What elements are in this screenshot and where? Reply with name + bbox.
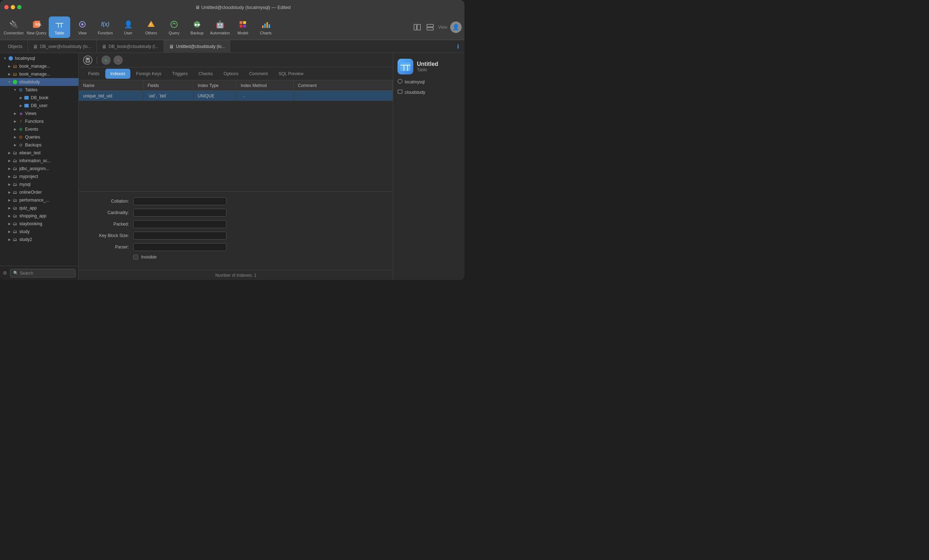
toolbar-others[interactable]: ! Others: [140, 17, 162, 38]
tab-fields[interactable]: Fields: [83, 69, 104, 79]
sidebar-item-backups[interactable]: ▶ ⊘ Backups: [0, 141, 78, 149]
query-label: Query: [169, 31, 179, 35]
svg-rect-38: [398, 90, 402, 93]
svg-text:SQL: SQL: [35, 23, 41, 26]
sidebar-settings-icon[interactable]: ⚙: [3, 270, 7, 276]
table-header: Name Fields Index Type Index Method Comm…: [79, 80, 393, 91]
toolbar-backup[interactable]: ▶▶ Backup: [186, 17, 208, 38]
study-icon: 🗂: [12, 229, 18, 234]
toolbar-query[interactable]: Query: [163, 17, 185, 38]
sidebar-item-info[interactable]: ▶ 🗂 information_sc...: [0, 157, 78, 165]
toolbar-user[interactable]: 👤 User: [118, 17, 139, 38]
toolbar-new-query[interactable]: SQL New Query: [26, 17, 47, 38]
tab-objects[interactable]: Objects: [3, 40, 28, 53]
sidebar-toggle-icon[interactable]: [412, 22, 422, 32]
header-comment: Comment: [294, 80, 393, 90]
add-index-button[interactable]: +: [101, 55, 111, 65]
sidebar-item-perf[interactable]: ▶ 🗂 performance_...: [0, 196, 78, 204]
action-bar: + −: [79, 53, 393, 67]
toolbar-function[interactable]: f(x) Function: [95, 17, 116, 38]
toolbar-view[interactable]: View: [72, 17, 93, 38]
perf-icon: 🗂: [12, 197, 18, 203]
sidebar-item-book-manage1[interactable]: ▶ 🗂 book_manage...: [0, 62, 78, 70]
sidebar-item-tables[interactable]: ▼ ⊞ Tables: [0, 86, 78, 94]
row-index-method[interactable]: ⌄: [236, 91, 294, 101]
tab-untitled[interactable]: 🖥 Untitled@cloudstudy (lo...: [164, 40, 231, 53]
toolbar-model[interactable]: Model: [232, 17, 254, 38]
localmysql-label: localmysql: [15, 56, 75, 61]
queries-icon: ⊙: [18, 134, 24, 140]
invisible-checkbox[interactable]: [133, 255, 138, 260]
key-block-input[interactable]: [133, 232, 226, 240]
sidebar-item-jdbc[interactable]: ▶ 🗂 jdbc_assignm...: [0, 165, 78, 173]
tab-comment[interactable]: Comment: [244, 69, 273, 79]
parser-input[interactable]: [133, 243, 226, 251]
sidebar-search[interactable]: 🔍 Search: [10, 269, 75, 277]
packed-label: Packed:: [86, 222, 129, 226]
collation-label: Collation:: [86, 199, 129, 204]
tab-db-user[interactable]: 🖥 DB_user@cloudstudy (lo...: [28, 40, 97, 53]
sidebar-item-db-user[interactable]: ▶ DB_user: [0, 102, 78, 110]
sidebar-item-queries[interactable]: ▶ ⊙ Queries: [0, 133, 78, 141]
collation-input[interactable]: [133, 197, 226, 205]
right-panel: Untitled Table localmysql cloudstudy: [393, 53, 464, 280]
tab-indexes[interactable]: Indexes: [105, 69, 130, 79]
info-icon: 🗂: [12, 158, 18, 164]
toolbar-charts[interactable]: Charts: [255, 17, 276, 38]
sidebar-item-db-book[interactable]: ▶ DB_book: [0, 94, 78, 102]
sidebar-item-study[interactable]: ▶ 🗂 study: [0, 228, 78, 236]
table-label: Table: [55, 31, 64, 35]
tab-triggers[interactable]: Triggers: [167, 69, 193, 79]
tab-options[interactable]: Options: [218, 69, 243, 79]
status-text: Number of Indexes: 1: [215, 273, 256, 278]
book-manage2-label: book_manage...: [19, 72, 75, 77]
packed-input[interactable]: [133, 220, 226, 228]
cardinality-input[interactable]: [133, 209, 226, 217]
sidebar-item-views[interactable]: ▶ ◈ Views: [0, 110, 78, 118]
toolbar-connection[interactable]: 🔌 Connection: [3, 17, 25, 38]
sidebar-item-events[interactable]: ▶ ⊕ Events: [0, 125, 78, 133]
table-row[interactable]: unique_bid_uid `uid`, `bid` UNIQUE ⌄: [79, 91, 393, 101]
minimize-button[interactable]: [11, 5, 15, 9]
toolbar-automation[interactable]: 🤖 Automation: [209, 17, 231, 38]
tab-foreign-keys[interactable]: Foreign Keys: [131, 69, 167, 79]
save-button[interactable]: [83, 55, 92, 65]
tab-checks[interactable]: Checks: [193, 69, 218, 79]
sidebar-item-mysql[interactable]: ▶ 🗂 mysql: [0, 181, 78, 188]
tab-sql-preview[interactable]: SQL Preview: [274, 69, 309, 79]
arrow-book-manage2: ▶: [7, 72, 11, 76]
tab-db-book[interactable]: 🖥 DB_book@cloudstudy (l...: [97, 40, 164, 53]
arrow-cloudstudy: ▼: [7, 80, 11, 84]
svg-point-11: [171, 21, 177, 28]
tab-sql-preview-label: SQL Preview: [279, 71, 304, 76]
panel-toggle-icon[interactable]: [425, 22, 435, 32]
sidebar-item-quiz[interactable]: ▶ 🗂 quiz_app: [0, 204, 78, 212]
toolbar-table[interactable]: Table: [49, 17, 70, 38]
sidebar-item-functions[interactable]: ▶ f Functions: [0, 118, 78, 125]
sidebar-item-study2[interactable]: ▶ 🗂 study2: [0, 236, 78, 243]
tab-info-button[interactable]: ℹ: [452, 40, 464, 53]
info-label: information_sc...: [19, 158, 75, 163]
remove-index-button[interactable]: −: [113, 55, 123, 65]
sidebar-item-cloudstudy[interactable]: ▼ cloudstudy: [0, 78, 78, 86]
sidebar-item-myproject[interactable]: ▶ 🗂 myproject: [0, 173, 78, 181]
sidebar-item-staybooking[interactable]: ▶ 🗂 staybooking: [0, 220, 78, 228]
queries-label: Queries: [25, 135, 75, 140]
user-avatar[interactable]: 👤: [450, 21, 461, 33]
views-icon: ◈: [18, 111, 24, 116]
sidebar-item-online-order[interactable]: ▶ 🗂 onlineOrder: [0, 188, 78, 196]
model-icon: [238, 19, 248, 29]
svg-rect-33: [400, 62, 411, 71]
form-row-collation: Collation:: [86, 197, 386, 205]
rp-database-row: cloudstudy: [397, 89, 460, 95]
sidebar-item-shopping[interactable]: ▶ 🗂 shopping_app: [0, 212, 78, 220]
rp-title: Untitled: [417, 61, 438, 67]
sidebar-item-localmysql[interactable]: ▼ localmysql: [0, 54, 78, 62]
online-order-icon: 🗂: [12, 190, 18, 195]
header-index-type: Index Type: [193, 80, 236, 90]
close-button[interactable]: [4, 5, 9, 9]
sidebar-item-book-manage2[interactable]: ▶ 🗂 book_manage...: [0, 70, 78, 78]
svg-rect-29: [25, 104, 29, 107]
sidebar-item-ebean[interactable]: ▶ 🗂 ebean_test: [0, 149, 78, 157]
maximize-button[interactable]: [17, 5, 21, 9]
